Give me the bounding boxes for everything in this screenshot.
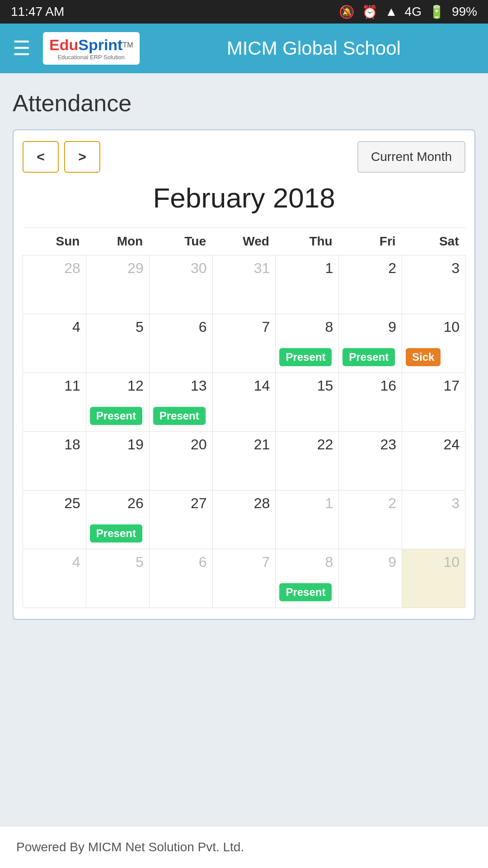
day-number: 8 — [276, 554, 333, 571]
day-number: 4 — [23, 554, 80, 571]
calendar-day[interactable]: 7 — [212, 314, 276, 373]
mute-icon: 🔕 — [339, 5, 355, 19]
day-number: 1 — [276, 495, 333, 512]
day-header-fri: Fri — [339, 228, 402, 255]
logo-edu: Edu — [49, 36, 78, 53]
calendar-day[interactable]: 4 — [23, 314, 86, 373]
day-number: 13 — [150, 377, 207, 394]
calendar-day[interactable]: 19 — [86, 432, 149, 491]
alarm-icon: ⏰ — [362, 5, 378, 19]
calendar-day[interactable]: 20 — [149, 432, 212, 491]
calendar-container: < > Current Month February 2018 SunMonTu… — [13, 129, 475, 620]
calendar-day[interactable]: 26Present — [86, 491, 149, 549]
calendar-day[interactable]: 8Present — [276, 314, 339, 373]
day-number: 10 — [402, 554, 460, 571]
attendance-badge-present: Present — [153, 407, 206, 425]
current-month-button[interactable]: Current Month — [357, 141, 465, 173]
calendar-day[interactable]: 3 — [402, 491, 465, 549]
calendar-day[interactable]: 24 — [402, 432, 465, 491]
calendar-day[interactable]: 10Sick — [402, 314, 465, 373]
next-month-button[interactable]: > — [64, 141, 100, 173]
battery-level: 99% — [452, 5, 477, 19]
day-number: 23 — [339, 436, 396, 453]
day-number: 6 — [150, 319, 207, 335]
calendar-day[interactable]: 2 — [339, 255, 402, 314]
calendar-day[interactable]: 3 — [402, 255, 465, 314]
logo: EduSprintTM Educational ERP Solution — [43, 32, 140, 65]
calendar-day[interactable]: 6 — [149, 549, 212, 608]
calendar-day[interactable]: 10 — [402, 549, 465, 608]
day-number: 21 — [213, 436, 270, 453]
calendar-day[interactable]: 5 — [86, 549, 149, 608]
attendance-badge-present: Present — [279, 348, 332, 366]
day-number: 15 — [276, 377, 333, 394]
calendar-day[interactable]: 6 — [149, 314, 212, 373]
main-content: Attendance < > Current Month February 20… — [0, 73, 488, 826]
footer: Powered By MICM Net Solution Pvt. Ltd. — [0, 826, 488, 868]
attendance-badge-present: Present — [343, 348, 395, 366]
signal-icon: ▲ — [385, 5, 398, 19]
calendar-day[interactable]: 30 — [149, 255, 212, 314]
logo-subtitle: Educational ERP Solution — [49, 54, 133, 61]
attendance-badge-sick: Sick — [406, 348, 441, 366]
calendar-day[interactable]: 13Present — [149, 373, 212, 432]
day-number: 2 — [339, 260, 396, 277]
calendar-day[interactable]: 1 — [276, 491, 339, 549]
month-title: February 2018 — [23, 182, 465, 214]
calendar-day[interactable]: 5 — [86, 314, 149, 373]
prev-month-button[interactable]: < — [23, 141, 59, 173]
calendar-day[interactable]: 16 — [339, 373, 402, 432]
day-number: 24 — [402, 436, 460, 453]
calendar-day[interactable]: 9 — [339, 549, 402, 608]
app-header: ☰ EduSprintTM Educational ERP Solution M… — [0, 24, 488, 73]
network-label: 4G — [405, 5, 422, 19]
day-header-sun: Sun — [23, 228, 86, 255]
day-number: 26 — [86, 495, 144, 512]
calendar-day[interactable]: 12Present — [86, 373, 149, 432]
calendar-day[interactable]: 9Present — [339, 314, 402, 373]
calendar-day[interactable]: 18 — [23, 432, 86, 491]
day-number: 16 — [339, 377, 396, 394]
day-number: 10 — [402, 319, 460, 335]
calendar-day[interactable]: 7 — [212, 549, 276, 608]
calendar-day[interactable]: 4 — [23, 549, 86, 608]
day-number: 9 — [339, 319, 396, 335]
attendance-badge-present: Present — [90, 524, 142, 542]
day-number: 12 — [86, 377, 144, 394]
calendar-day[interactable]: 8Present — [276, 549, 339, 608]
calendar-day[interactable]: 31 — [212, 255, 276, 314]
day-number: 19 — [86, 436, 144, 453]
day-number: 4 — [23, 319, 80, 335]
calendar-day[interactable]: 28 — [23, 255, 86, 314]
logo-tm: TM — [122, 41, 133, 49]
day-number: 5 — [86, 319, 144, 335]
day-number: 29 — [86, 260, 144, 277]
day-number: 30 — [150, 260, 207, 277]
calendar-table: SunMonTueWedThuFriSat 2829303112345678Pr… — [23, 227, 465, 608]
calendar-day[interactable]: 23 — [339, 432, 402, 491]
day-header-mon: Mon — [86, 228, 149, 255]
calendar-day[interactable]: 14 — [212, 373, 276, 432]
calendar-day[interactable]: 2 — [339, 491, 402, 549]
day-number: 18 — [23, 436, 80, 453]
calendar-day[interactable]: 15 — [276, 373, 339, 432]
calendar-day[interactable]: 25 — [23, 491, 86, 549]
day-header-wed: Wed — [212, 228, 276, 255]
day-header-sat: Sat — [402, 228, 465, 255]
calendar-nav: < > Current Month — [23, 141, 465, 173]
day-number: 9 — [339, 554, 396, 571]
calendar-day[interactable]: 21 — [212, 432, 276, 491]
day-header-tue: Tue — [149, 228, 212, 255]
calendar-day[interactable]: 11 — [23, 373, 86, 432]
calendar-day[interactable]: 17 — [402, 373, 465, 432]
calendar-day[interactable]: 29 — [86, 255, 149, 314]
day-number: 14 — [213, 377, 270, 394]
status-bar: 11:47 AM 🔕 ⏰ ▲ 4G 🔋 99% — [0, 0, 488, 24]
calendar-day[interactable]: 28 — [212, 491, 276, 549]
calendar-day[interactable]: 22 — [276, 432, 339, 491]
calendar-day[interactable]: 27 — [149, 491, 212, 549]
attendance-badge-present: Present — [279, 583, 332, 601]
calendar-day[interactable]: 1 — [276, 255, 339, 314]
menu-button[interactable]: ☰ — [13, 38, 30, 58]
day-number: 25 — [23, 495, 80, 512]
